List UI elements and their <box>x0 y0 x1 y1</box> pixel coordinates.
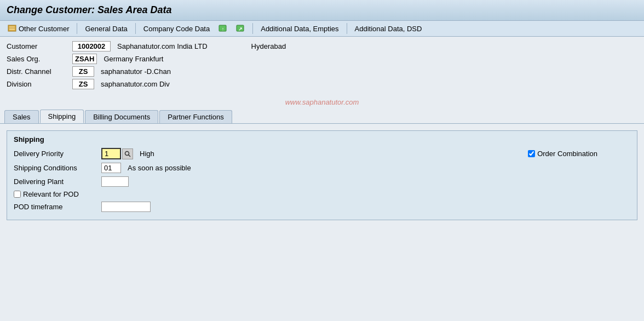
pod-timeframe-input[interactable] <box>101 202 151 212</box>
division-desc: saphanatutor.com Div <box>101 80 170 88</box>
general-data-label: General Data <box>85 25 127 33</box>
svg-rect-1 <box>9 26 15 30</box>
division-row: Division ZS saphanatutor.com Div <box>7 79 637 89</box>
relevant-pod-row: Relevant for POD <box>14 190 630 198</box>
relevant-pod-checkbox[interactable] <box>14 191 21 198</box>
customer-info: Customer 1002002 Saphanatutor.com India … <box>0 37 644 96</box>
tab-billing-label: Billing Documents <box>93 113 150 121</box>
page-title: Change Customer: Sales Area Data <box>7 4 637 16</box>
delivery-priority-label: Delivery Priority <box>14 150 101 158</box>
additional-dsd-tab[interactable]: Additional Data, DSD <box>352 24 426 34</box>
tab-partner[interactable]: Partner Functions <box>159 110 232 123</box>
sales-org-desc: Germany Frankfurt <box>104 55 163 63</box>
toolbar-sep-1 <box>77 23 77 34</box>
company-code-label: Company Code Data <box>143 25 210 33</box>
order-combination-container: Order Combination <box>528 150 597 158</box>
svg-line-9 <box>129 154 131 157</box>
shipping-section-title: Shipping <box>14 135 630 144</box>
sales-org-value: ZSAH <box>72 54 97 64</box>
toolbar-sep-2 <box>135 23 136 34</box>
order-combination-label: Order Combination <box>537 150 597 158</box>
pod-timeframe-label: POD timeframe <box>14 203 101 211</box>
svg-text:↗: ↗ <box>238 26 243 32</box>
other-customer-label: Other Customer <box>19 25 69 33</box>
pod-timeframe-row: POD timeframe <box>14 202 630 212</box>
order-combination-checkbox[interactable] <box>528 150 535 157</box>
additional-dsd-label: Additional Data, DSD <box>355 25 422 33</box>
distr-channel-label: Distr. Channel <box>7 67 72 76</box>
title-bar: Change Customer: Sales Area Data <box>0 0 644 21</box>
customer-city: Hyderabad <box>251 42 286 50</box>
delivering-plant-row: Delivering Plant <box>14 176 630 187</box>
tabs-container: Sales Shipping Billing Documents Partner… <box>0 110 644 123</box>
company-code-tab[interactable]: Company Code Data <box>140 24 213 34</box>
svg-point-8 <box>125 151 129 155</box>
tab-shipping-label: Shipping <box>48 112 76 121</box>
shipping-section: Shipping Delivery Priority High <box>7 130 637 220</box>
shipping-conditions-row: Shipping Conditions As soon as possible <box>14 163 630 173</box>
delivery-priority-left: Delivery Priority High <box>14 148 154 159</box>
shipping-conditions-desc: As soon as possible <box>128 164 191 172</box>
delivery-priority-desc: High <box>140 150 154 158</box>
watermark: www.saphanatutor.com <box>0 98 644 106</box>
additional-empties-tab[interactable]: Additional Data, Empties <box>257 24 342 34</box>
customer-name: Saphanatutor.com India LTD <box>117 42 208 50</box>
customer-row: Customer 1002002 Saphanatutor.com India … <box>7 41 637 51</box>
sales-org-row: Sales Org. ZSAH Germany Frankfurt <box>7 54 637 64</box>
tab-sales-label: Sales <box>13 113 31 121</box>
customer-value: 1002002 <box>72 41 111 51</box>
toolbar: Other Customer General Data Company Code… <box>0 21 644 37</box>
shipping-conditions-input[interactable] <box>101 163 121 173</box>
distr-channel-desc: saphanatutor -D.Chan <box>101 67 171 76</box>
general-data-tab[interactable]: General Data <box>82 24 130 34</box>
delivery-priority-input[interactable] <box>101 148 121 159</box>
content-area: Shipping Delivery Priority High <box>0 123 644 227</box>
delivery-priority-search-btn[interactable] <box>122 148 133 159</box>
other-customer-icon <box>8 24 16 33</box>
division-value: ZS <box>72 79 94 89</box>
green-icon-2[interactable]: ↗ <box>233 23 248 34</box>
customer-label: Customer <box>7 42 72 50</box>
toolbar-sep-3 <box>252 23 253 34</box>
tab-partner-label: Partner Functions <box>168 113 224 121</box>
distr-channel-value: ZS <box>72 66 94 77</box>
relevant-pod-label: Relevant for POD <box>23 190 79 198</box>
shipping-conditions-label: Shipping Conditions <box>14 164 101 172</box>
delivering-plant-label: Delivering Plant <box>14 177 101 186</box>
delivery-priority-row: Delivery Priority High Order Combination <box>14 148 630 159</box>
svg-text:↑: ↑ <box>222 26 225 32</box>
tab-billing[interactable]: Billing Documents <box>85 110 158 123</box>
tab-sales[interactable]: Sales <box>4 110 39 123</box>
other-customer-tab[interactable]: Other Customer <box>4 23 72 34</box>
division-label: Division <box>7 80 72 88</box>
distr-channel-row: Distr. Channel ZS saphanatutor -D.Chan <box>7 66 637 77</box>
additional-empties-label: Additional Data, Empties <box>261 25 338 33</box>
tab-shipping[interactable]: Shipping <box>40 110 84 123</box>
delivering-plant-input[interactable] <box>101 176 129 187</box>
sales-org-label: Sales Org. <box>7 55 72 63</box>
green-icon-1[interactable]: ↑ <box>215 23 231 34</box>
toolbar-sep-4 <box>347 23 347 34</box>
